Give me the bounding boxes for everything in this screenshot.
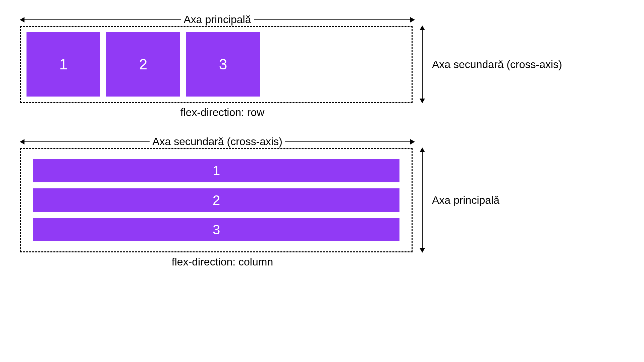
arrow-down-icon	[420, 99, 425, 103]
flex-item: 3	[186, 32, 260, 97]
main-axis-indicator-side: Axa principală	[417, 148, 499, 252]
arrow-down-icon	[420, 248, 425, 253]
flex-item: 1	[33, 159, 399, 182]
cross-axis-indicator: Axa secundară (cross-axis)	[417, 26, 562, 103]
cross-axis-label-top: Axa secundară (cross-axis)	[150, 135, 285, 148]
arrow-right-icon	[410, 139, 415, 144]
cross-axis-indicator-top: Axa secundară (cross-axis)	[20, 135, 415, 148]
cross-axis-label: Axa secundară (cross-axis)	[432, 58, 562, 71]
flex-item: 1	[26, 32, 100, 97]
arrow-left-icon	[20, 17, 24, 22]
flex-item: 3	[33, 218, 399, 241]
arrow-right-icon	[410, 17, 415, 22]
arrow-up-icon	[420, 25, 425, 30]
main-axis-label-side: Axa principală	[432, 194, 499, 206]
flex-item: 2	[106, 32, 180, 97]
flex-item: 2	[33, 188, 399, 212]
row-container-with-cross-axis: 1 2 3 Axa secundară (cross-axis)	[20, 26, 624, 103]
flex-row-diagram: Axa principală 1 2 3 Axa secundară (cros…	[20, 13, 624, 119]
arrow-up-icon	[420, 147, 425, 152]
arrow-left-icon	[20, 139, 24, 144]
column-container-with-main-axis: 1 2 3 Axa principală	[20, 148, 624, 252]
row-caption: flex-direction: row	[20, 106, 425, 119]
main-axis-label: Axa principală	[181, 13, 254, 26]
flex-row-container: 1 2 3	[20, 26, 413, 103]
flex-column-container: 1 2 3	[20, 148, 413, 252]
column-caption: flex-direction: column	[20, 256, 425, 268]
flex-column-diagram: Axa secundară (cross-axis) 1 2 3 Axa pri…	[20, 135, 624, 268]
main-axis-indicator: Axa principală	[20, 13, 415, 26]
